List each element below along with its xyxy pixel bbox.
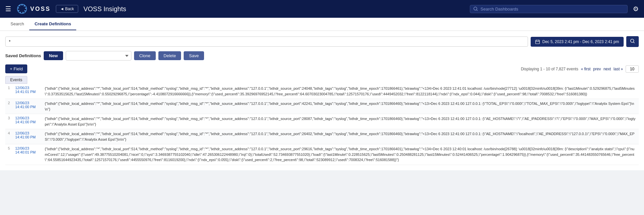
gear-icon[interactable]: ⚙ <box>633 5 639 13</box>
page-title: VOSS Insights <box>83 5 126 13</box>
add-field-button[interactable]: + Field <box>5 64 27 73</box>
voss-logo-icon <box>16 3 28 14</box>
event-data: {"lxthdr":{"lxthdr_local_address":"*","l… <box>42 129 639 144</box>
prev-page-link[interactable]: prev <box>593 67 601 71</box>
svg-point-7 <box>18 10 19 11</box>
execute-search-icon <box>630 39 635 43</box>
delete-button[interactable]: Delete <box>158 51 181 60</box>
event-timestamp[interactable]: 12/06/23 14:41:00 PM <box>12 129 42 144</box>
definition-dropdown[interactable] <box>66 51 131 60</box>
tab-create-definitions[interactable]: Create Definitions <box>29 18 76 30</box>
svg-point-10 <box>474 7 477 10</box>
main-content: Dec 5, 2023 2:41 pm - Dec 6, 2023 2:41 p… <box>0 31 644 170</box>
svg-point-2 <box>24 5 25 7</box>
svg-rect-12 <box>536 40 540 44</box>
svg-point-4 <box>24 10 26 12</box>
svg-point-0 <box>17 4 27 13</box>
table-row: 412/06/23 14:41:00 PM{"lxthdr":{"lxthdr_… <box>5 129 639 144</box>
row-number: 1 <box>5 84 12 99</box>
event-data: {"lxthdr":{"lxthdr_local_address":"*","l… <box>42 144 639 165</box>
pagination-info: Displaying 1 - 10 of 7,827 events « firs… <box>521 65 639 73</box>
pagination-text: Displaying 1 - 10 of 7,827 events <box>521 67 578 71</box>
event-data: {"lxthdr":{"lxthdr_local_address":"*","l… <box>42 84 639 99</box>
event-data: {"lxthdr":{"lxthdr_local_address":"*","l… <box>42 114 639 129</box>
row-number: 5 <box>5 144 12 165</box>
events-tab[interactable]: Events <box>5 76 27 84</box>
row-number: 2 <box>5 99 12 114</box>
svg-point-3 <box>25 8 26 9</box>
svg-point-8 <box>18 7 19 9</box>
svg-point-16 <box>631 39 634 42</box>
search-icon <box>473 7 478 11</box>
search-input[interactable] <box>480 7 624 12</box>
svg-line-17 <box>633 42 634 43</box>
event-timestamp[interactable]: 12/06/23 14:40:01 PM <box>12 144 42 165</box>
clone-button[interactable]: Clone <box>134 51 156 60</box>
row-number: 4 <box>5 129 12 144</box>
svg-point-5 <box>22 12 24 13</box>
date-range-label: Dec 5, 2023 2:41 pm - Dec 6, 2023 2:41 p… <box>542 39 619 44</box>
svg-point-9 <box>19 5 20 6</box>
row-number: 3 <box>5 114 12 129</box>
per-page-input[interactable] <box>626 65 639 73</box>
logo: VOSS <box>16 3 51 14</box>
back-button[interactable]: ◄ Back <box>56 5 78 13</box>
calendar-icon <box>535 39 540 44</box>
hamburger-icon[interactable]: ☰ <box>5 5 11 13</box>
event-timestamp[interactable]: 12/06/23 14:41:00 PM <box>12 114 42 129</box>
execute-search-button[interactable] <box>626 36 639 47</box>
event-timestamp[interactable]: 12/06/23 14:41:00 PM <box>12 99 42 114</box>
table-row: 112/06/23 14:41:01 PM{"lxthdr":{"lxthdr_… <box>5 84 639 99</box>
event-timestamp[interactable]: 12/06/23 14:41:01 PM <box>12 84 42 99</box>
next-page-link[interactable]: next <box>604 67 611 71</box>
table-row: 212/06/23 14:41:00 PM{"lxthdr":{"lxthdr_… <box>5 99 639 114</box>
field-row: + Field Displaying 1 - 10 of 7,827 event… <box>5 64 639 73</box>
table-row: 512/06/23 14:40:01 PM{"lxthdr":{"lxthdr_… <box>5 144 639 165</box>
svg-line-11 <box>477 10 478 11</box>
saved-definitions-label: Saved Definitions <box>5 53 41 58</box>
top-navigation: ☰ VOSS ◄ Back VOSS Insights ⚙ <box>0 0 644 18</box>
table-row: 312/06/23 14:41:00 PM{"lxthdr":{"lxthdr_… <box>5 114 639 129</box>
svg-point-6 <box>20 12 21 13</box>
main-search-input[interactable] <box>5 36 528 47</box>
last-page-link[interactable]: last » <box>613 67 623 71</box>
svg-point-1 <box>21 4 23 6</box>
save-button[interactable]: Save <box>184 51 204 60</box>
logo-text: VOSS <box>30 6 51 12</box>
dashboard-search[interactable] <box>470 5 628 13</box>
toolbar-row: Saved Definitions New Clone Delete Save <box>5 51 639 60</box>
new-button[interactable]: New <box>44 51 63 60</box>
sub-navigation: Search Create Definitions <box>0 18 644 31</box>
first-page-link[interactable]: « first <box>581 67 590 71</box>
tab-search[interactable]: Search <box>5 18 29 30</box>
search-row: Dec 5, 2023 2:41 pm - Dec 6, 2023 2:41 p… <box>5 36 639 47</box>
events-table: 112/06/23 14:41:01 PM{"lxthdr":{"lxthdr_… <box>5 84 639 165</box>
date-range-button[interactable]: Dec 5, 2023 2:41 pm - Dec 6, 2023 2:41 p… <box>531 37 624 47</box>
event-data: {"lxthdr":{"lxthdr_local_address":"*","l… <box>42 99 639 114</box>
